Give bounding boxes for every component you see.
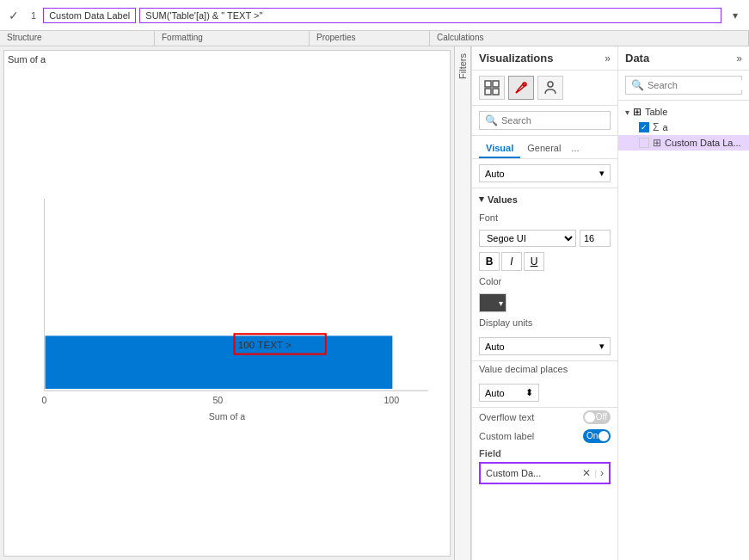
data-panel: Data » 🔍 ▾ ⊞ Table ✓ — [617, 46, 749, 560]
viz-auto-select[interactable]: Auto ▾ — [479, 164, 611, 182]
tab-more[interactable]: ... — [568, 139, 582, 158]
overflow-toggle-knob — [585, 412, 595, 422]
formula-formatting-expression[interactable]: SUM('Table'[a]) & " TEXT >" — [139, 8, 721, 23]
display-units-dropdown: Auto ▾ — [472, 332, 617, 361]
data-expand-button[interactable]: » — [736, 52, 742, 65]
data-search-container: 🔍 — [618, 71, 749, 101]
col-header-structure: Structure — [0, 31, 155, 46]
col-header-properties: Properties — [310, 31, 430, 46]
col-header-calculations: Calculations — [430, 31, 749, 46]
viz-search-box: 🔍 — [479, 111, 611, 130]
x-tick-0: 0 — [42, 395, 47, 405]
custom-label-toggle[interactable]: On — [583, 429, 611, 443]
chevron-down-icon: ▾ — [599, 168, 605, 179]
col-header-formatting: Formatting — [155, 31, 310, 46]
tree-item-label-a: a — [662, 122, 667, 132]
format-grid-icon[interactable] — [479, 76, 505, 100]
tree-checkbox-custom[interactable] — [639, 138, 649, 148]
viz-tabs: Visual General ... — [472, 136, 617, 159]
field-value-box[interactable]: Custom Da... ✕ | › — [479, 462, 611, 484]
field-remove-icon[interactable]: ✕ — [582, 467, 591, 479]
display-units-chevron-icon: ▾ — [599, 341, 605, 352]
tree-checkbox-a[interactable]: ✓ — [639, 122, 649, 132]
overflow-label: Overflow text — [479, 412, 534, 422]
formula-bar: ✓ 1 Custom Data Label SUM('Table'[a]) & … — [0, 0, 749, 31]
font-label: Font — [479, 212, 611, 223]
color-swatch[interactable]: ▾ — [479, 293, 506, 312]
values-section-label: Values — [488, 194, 518, 205]
tree-checkbox-check-a: ✓ — [641, 123, 648, 132]
data-header: Data » — [618, 46, 749, 71]
search-icon: 🔍 — [485, 114, 498, 126]
overflow-toggle-text: Off — [596, 412, 607, 422]
svg-rect-5 — [493, 89, 499, 95]
overflow-toggle[interactable]: Off — [583, 410, 611, 424]
font-size-input[interactable] — [580, 230, 611, 247]
overflow-toggle-row: Overflow text Off — [472, 408, 617, 427]
svg-rect-2 — [485, 81, 491, 87]
tree-table-icon: ⊞ — [633, 106, 642, 118]
custom-label-toggle-row: Custom label On — [472, 427, 617, 446]
format-brush-icon[interactable] — [508, 76, 534, 100]
display-units-property: Display units — [472, 315, 617, 332]
color-chevron-icon: ▾ — [499, 298, 503, 308]
visualizations-panel: Visualizations » 🔍 — [471, 46, 617, 560]
decimal-dropdown: Auto ⬍ — [472, 378, 617, 408]
filters-label[interactable]: Filters — [457, 53, 468, 79]
x-tick-50: 50 — [212, 395, 223, 405]
data-search-box: 🔍 — [625, 76, 742, 95]
chart-area: Sum of a 100 TEXT > 0 50 100 Sum of a — [3, 50, 451, 557]
formula-index: 1 — [28, 10, 40, 21]
decimal-property: Value decimal places — [472, 361, 617, 378]
data-search-input[interactable] — [648, 80, 749, 90]
formula-structure-label: Custom Data Label — [43, 8, 136, 23]
bar-chart-svg: 100 TEXT > 0 50 100 Sum of a — [8, 68, 446, 549]
tree-item-custom-data[interactable]: ⊞ Custom Data La... — [618, 135, 749, 151]
underline-button[interactable]: U — [524, 252, 544, 271]
data-panel-title: Data — [625, 52, 649, 65]
tree-table-label: Table — [645, 107, 667, 117]
custom-label-label: Custom label — [479, 431, 534, 441]
tree-sigma-icon-a: Σ — [653, 121, 659, 133]
tree-table-expand-icon[interactable]: ▾ — [625, 108, 629, 117]
data-search-icon: 🔍 — [631, 79, 644, 91]
viz-format-icons — [472, 71, 617, 106]
viz-search-input[interactable] — [501, 115, 605, 126]
svg-rect-4 — [485, 89, 491, 95]
bold-button[interactable]: B — [479, 252, 500, 271]
custom-label-toggle-knob — [599, 431, 609, 441]
chart-bar — [46, 335, 393, 389]
svg-rect-3 — [493, 81, 499, 87]
decimal-label: Value decimal places — [479, 364, 611, 374]
filters-panel[interactable]: Filters — [454, 46, 471, 560]
font-family-select[interactable]: Segoe UI — [479, 230, 576, 247]
column-headers: Structure Formatting Properties Calculat… — [0, 31, 749, 46]
decimal-select[interactable]: Auto ⬍ — [479, 384, 539, 402]
main-area: Sum of a 100 TEXT > 0 50 100 Sum of a — [0, 46, 749, 560]
values-section-header[interactable]: ▾ Values — [472, 188, 617, 210]
values-collapse-icon: ▾ — [479, 194, 484, 205]
tree-table-item[interactable]: ▾ ⊞ Table — [618, 104, 749, 120]
formula-check-button[interactable]: ✓ — [3, 5, 24, 26]
display-units-label: Display units — [479, 317, 611, 328]
chart-inner: 100 TEXT > 0 50 100 Sum of a — [8, 68, 446, 549]
display-units-select[interactable]: Auto ▾ — [479, 337, 611, 355]
x-tick-100: 100 — [384, 395, 399, 405]
color-row: ▾ — [472, 291, 617, 315]
custom-label-toggle-text: On — [586, 431, 598, 440]
field-arrow-icon[interactable]: › — [600, 467, 604, 479]
tab-visual[interactable]: Visual — [479, 139, 520, 158]
color-label: Color — [479, 276, 611, 286]
viz-expand-button[interactable]: » — [605, 52, 611, 65]
tree-grid-icon-custom: ⊞ — [653, 137, 661, 149]
italic-button[interactable]: I — [501, 252, 522, 271]
tree-item-a[interactable]: ✓ Σ a — [618, 120, 749, 135]
field-value-text: Custom Da... — [486, 468, 579, 478]
chart-title: Sum of a — [8, 54, 446, 65]
formula-expand-button[interactable]: ▾ — [725, 5, 746, 26]
data-tree: ▾ ⊞ Table ✓ Σ a ⊞ Custom Data La... — [618, 101, 749, 560]
viz-search-container: 🔍 — [472, 106, 617, 136]
format-person-icon[interactable] — [537, 76, 563, 100]
tab-general[interactable]: General — [520, 139, 568, 158]
svg-point-7 — [548, 82, 553, 87]
